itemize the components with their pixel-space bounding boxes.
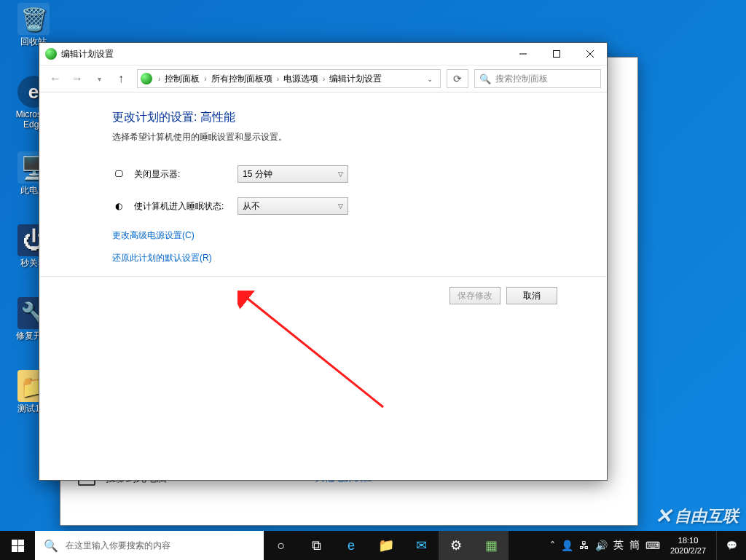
sleep-dropdown[interactable]: 从不 ▽: [237, 197, 348, 215]
refresh-button[interactable]: ⟳: [447, 69, 468, 88]
page-subtitle: 选择希望计算机使用的睡眠设置和显示设置。: [112, 131, 585, 143]
monitor-icon: 🖵: [112, 167, 125, 181]
taskbar-app-mail[interactable]: ✉: [404, 531, 439, 560]
up-button[interactable]: ↑: [111, 68, 131, 89]
task-view-button[interactable]: ⧉: [299, 531, 334, 560]
save-button[interactable]: 保存修改: [449, 287, 500, 304]
chevron-down-icon: ▽: [338, 202, 343, 210]
maximize-button[interactable]: [540, 43, 573, 65]
search-icon: 🔍: [44, 539, 58, 553]
windows-logo-icon: [12, 540, 24, 552]
recent-dropdown[interactable]: ▾: [89, 68, 109, 89]
page-title: 更改计划的设置: 高性能: [112, 110, 585, 125]
search-input[interactable]: 🔍 搜索控制面板: [474, 69, 601, 88]
minimize-button[interactable]: [506, 43, 540, 65]
start-button[interactable]: [0, 531, 35, 560]
svg-rect-1: [554, 51, 560, 58]
taskbar-clock[interactable]: 18:10 2020/2/27: [666, 535, 710, 556]
power-options-icon: [45, 48, 57, 60]
chevron-down-icon: ▽: [338, 170, 343, 178]
address-bar[interactable]: › 控制面板 › 所有控制面板项 › 电源选项 › 编辑计划设置 ⌄: [137, 69, 441, 88]
advanced-power-settings-link[interactable]: 更改高级电源设置(C): [112, 229, 585, 242]
display-off-dropdown[interactable]: 15 分钟 ▽: [237, 165, 348, 183]
breadcrumb-item[interactable]: 编辑计划设置: [328, 73, 383, 85]
cortana-button[interactable]: ○: [264, 531, 299, 560]
tray-people-icon[interactable]: 👤: [561, 540, 573, 551]
search-icon: 🔍: [479, 74, 491, 84]
address-dropdown[interactable]: ⌄: [423, 75, 437, 83]
content-area: 更改计划的设置: 高性能 选择希望计算机使用的睡眠设置和显示设置。 🖵 关闭显示…: [39, 92, 607, 304]
tray-network-icon[interactable]: 🖧: [579, 540, 589, 551]
svg-line-4: [245, 296, 383, 407]
recycle-bin-icon: 🗑️: [17, 3, 50, 35]
breadcrumb-item[interactable]: 所有控制面板项: [210, 73, 274, 85]
tray-volume-icon[interactable]: 🔊: [595, 540, 608, 551]
titlebar: 编辑计划设置: [39, 43, 607, 65]
taskbar-app-settings[interactable]: ⚙: [439, 531, 474, 560]
back-button[interactable]: ←: [45, 68, 66, 89]
taskbar-app-control-panel[interactable]: ▦: [474, 531, 509, 560]
forward-button[interactable]: →: [67, 68, 87, 89]
cancel-button[interactable]: 取消: [506, 287, 557, 304]
breadcrumb-item[interactable]: 控制面板: [163, 73, 201, 85]
divider: [39, 276, 607, 277]
breadcrumb-item[interactable]: 电源选项: [282, 73, 320, 85]
taskbar-search[interactable]: 🔍 在这里输入你要搜索的内容: [35, 531, 264, 560]
desktop: 🗑️ 回收站 e Microsoft Edge 🖥️ 此电脑 ⏻ 秒关程 🔧 修…: [0, 0, 746, 560]
row-display-off: 🖵 关闭显示器: 15 分钟 ▽: [112, 165, 585, 183]
close-button[interactable]: [573, 43, 607, 65]
tray-chevron-up-icon[interactable]: ˄: [550, 540, 555, 551]
taskbar: 🔍 在这里输入你要搜索的内容 ○ ⧉ e 📁 ✉ ⚙ ▦ ˄ 👤 🖧 🔊 英 簡…: [0, 531, 746, 560]
restore-defaults-link[interactable]: 还原此计划的默认设置(R): [112, 252, 585, 264]
navigation-bar: ← → ▾ ↑ › 控制面板 › 所有控制面板项 › 电源选项 › 编辑计划设置…: [39, 65, 607, 92]
taskbar-app-edge[interactable]: e: [334, 531, 369, 560]
desktop-icon-recycle-bin[interactable]: 🗑️ 回收站: [6, 3, 61, 47]
tray-ime-lang[interactable]: 英: [613, 539, 624, 552]
watermark: ✕自由互联: [655, 504, 739, 528]
control-panel-window: 编辑计划设置 ← → ▾ ↑ › 控制面板 › 所有控制面板项 › 电源选项 ›…: [39, 42, 608, 481]
tray-ime-mode[interactable]: 簡: [629, 539, 640, 552]
tray-keyboard-icon[interactable]: ⌨: [645, 540, 660, 551]
window-title: 编辑计划设置: [61, 48, 506, 60]
power-options-icon: [141, 73, 152, 84]
annotation-arrow: [237, 291, 398, 422]
taskbar-app-explorer[interactable]: 📁: [369, 531, 404, 560]
action-center-button[interactable]: 💬: [716, 531, 746, 560]
moon-icon: ◐: [112, 200, 125, 213]
system-tray: ˄ 👤 🖧 🔊 英 簡 ⌨ 18:10 2020/2/27: [544, 535, 716, 556]
row-sleep: ◐ 使计算机进入睡眠状态: 从不 ▽: [112, 197, 585, 215]
